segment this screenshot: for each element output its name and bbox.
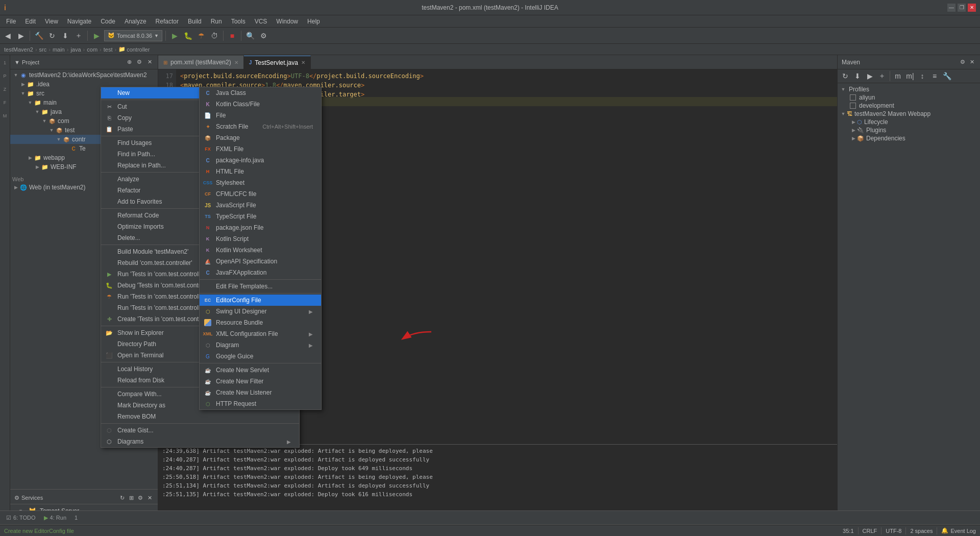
- maven-filter-btn[interactable]: ≡: [929, 70, 940, 82]
- context-menu-item-creategist[interactable]: ⬡ Create Gist...: [101, 425, 299, 436]
- new-java-class[interactable]: C Java Class: [200, 87, 321, 99]
- new-editorconfig[interactable]: EC EditorConfig File: [200, 295, 321, 306]
- tomcat-config-dropdown[interactable]: 🐱 Tomcat 8.0.36 ▼: [104, 30, 162, 41]
- menu-window[interactable]: Window: [272, 17, 302, 26]
- tab-pomxml[interactable]: ⊞ pom.xml (testMaven2) ✕: [158, 56, 244, 69]
- profile-btn[interactable]: ⏱: [209, 30, 220, 41]
- status-crlf[interactable]: CRLF: [863, 528, 877, 534]
- maven-settings-btn[interactable]: ⚙: [959, 58, 967, 66]
- maven-run-btn[interactable]: ▶: [864, 70, 875, 82]
- maven-project-row[interactable]: ▼ 🏗 testMaven2 Maven Webapp: [840, 110, 978, 118]
- context-menu-item-removebom[interactable]: Remove BOM: [101, 411, 299, 422]
- new-typescript[interactable]: TS TypeScript File: [200, 211, 321, 222]
- breadcrumb-main[interactable]: main: [53, 46, 65, 53]
- tab-close-pomxml[interactable]: ✕: [234, 60, 238, 65]
- tree-item-testmaven2[interactable]: ▼ ◉ testMaven2 D:\ideaWorkSpace\testMave…: [10, 70, 158, 80]
- run-btn[interactable]: ▶: [169, 30, 180, 41]
- settings-btn[interactable]: ⚙: [258, 30, 269, 41]
- add-config-btn[interactable]: ＋: [73, 30, 84, 41]
- left-strip-btn2[interactable]: P: [0, 70, 11, 82]
- menu-analyze[interactable]: Analyze: [120, 17, 151, 26]
- new-swing-designer[interactable]: ⬡ Swing UI Designer ▶: [200, 306, 321, 317]
- menu-view[interactable]: View: [41, 17, 62, 26]
- new-fxml[interactable]: FX FXML File: [200, 143, 321, 155]
- new-packagejson[interactable]: N package.json File: [200, 222, 321, 233]
- tab-testservlet[interactable]: J TestServlet.java ✕: [244, 56, 311, 69]
- back-btn[interactable]: ◀: [2, 30, 13, 41]
- maven-profile-aliyun[interactable]: aliyun: [840, 93, 978, 102]
- new-servlet[interactable]: ☕ Create New Servlet: [200, 364, 321, 376]
- forward-btn[interactable]: ▶: [15, 30, 27, 41]
- services-settings-btn[interactable]: ⚙: [136, 494, 144, 502]
- new-http-request[interactable]: ⬡ HTTP Request: [200, 398, 321, 409]
- context-menu-item-diagrams[interactable]: ⬡ Diagrams ▶: [101, 436, 299, 447]
- new-kotlin-script[interactable]: K Kotlin Script: [200, 233, 321, 245]
- maven-profile-development[interactable]: development: [840, 102, 978, 110]
- menu-run[interactable]: Run: [207, 17, 226, 26]
- new-javafx[interactable]: C JavaFXApplication: [200, 267, 321, 278]
- status-encoding[interactable]: UTF-8: [886, 528, 901, 534]
- new-package[interactable]: 📦 Package: [200, 132, 321, 143]
- close-button[interactable]: ✕: [968, 4, 976, 12]
- menu-help[interactable]: Help: [303, 17, 324, 26]
- new-stylesheet[interactable]: CSS Stylesheet: [200, 177, 321, 188]
- menu-tools[interactable]: Tools: [227, 17, 250, 26]
- new-diagram[interactable]: ⬡ Diagram ▶: [200, 339, 321, 351]
- maven-plugins-row[interactable]: ▶ 🔌 Plugins: [840, 126, 978, 134]
- minimize-button[interactable]: —: [947, 4, 955, 12]
- services-filter-btn[interactable]: ⊞: [127, 494, 135, 502]
- new-xml-config[interactable]: XML XML Configuration File ▶: [200, 328, 321, 339]
- menu-vcs[interactable]: VCS: [251, 17, 272, 26]
- new-scratch[interactable]: ✦ Scratch File Ctrl+Alt+Shift+Insert: [200, 121, 321, 132]
- new-javascript[interactable]: JS JavaScript File: [200, 200, 321, 211]
- new-file[interactable]: 📄 File: [200, 110, 321, 121]
- new-cfml[interactable]: CF CFML/CFC file: [200, 188, 321, 200]
- maven-download-btn[interactable]: ⬇: [852, 70, 863, 82]
- menu-edit[interactable]: Edit: [21, 17, 40, 26]
- breadcrumb-controller[interactable]: 📁 controller: [118, 46, 150, 53]
- maven-run-goal-btn[interactable]: m|: [904, 70, 916, 82]
- new-packageinfo[interactable]: C package-info.java: [200, 155, 321, 166]
- maven-wrench-btn[interactable]: 🔧: [941, 70, 952, 82]
- tab-close-testservlet[interactable]: ✕: [301, 60, 305, 65]
- breadcrumb-com[interactable]: com: [87, 46, 97, 53]
- coverage-btn[interactable]: ☂: [195, 30, 207, 41]
- maven-profiles-row[interactable]: ▼ Profiles: [840, 85, 978, 93]
- menu-build[interactable]: Build: [184, 17, 206, 26]
- run-config-btn[interactable]: ▶: [91, 30, 102, 41]
- bottom-tab-run[interactable]: ▶ 4: Run: [40, 514, 70, 522]
- restore-button[interactable]: ❐: [958, 4, 966, 12]
- maven-close-btn[interactable]: ✕: [968, 58, 976, 66]
- bottom-tab-todo[interactable]: ☑ 6: TODO: [2, 514, 40, 522]
- new-kotlin-worksheet[interactable]: K Kotlin Worksheet: [200, 245, 321, 256]
- services-refresh-btn[interactable]: ↻: [118, 494, 126, 502]
- left-strip-btn5[interactable]: M: [0, 110, 11, 121]
- maven-dependencies-row[interactable]: ▶ 📦 Dependencies: [840, 134, 978, 142]
- status-event-log[interactable]: 🔔 Event Log: [941, 527, 976, 534]
- build-btn[interactable]: 🔨: [33, 30, 44, 41]
- menu-file[interactable]: File: [2, 17, 20, 26]
- breadcrumb-java[interactable]: java: [70, 46, 81, 53]
- new-edittemplates[interactable]: Edit File Templates...: [200, 281, 321, 292]
- menu-refactor[interactable]: Refactor: [152, 17, 183, 26]
- project-close-btn[interactable]: ✕: [145, 58, 154, 66]
- stop-btn[interactable]: ■: [227, 30, 238, 41]
- new-google-guice[interactable]: G Google Guice: [200, 351, 321, 362]
- project-settings-btn[interactable]: ⚙: [135, 58, 143, 66]
- new-listener[interactable]: ☕ Create New Listener: [200, 387, 321, 398]
- breadcrumb-testmaven[interactable]: testMaven2: [4, 46, 33, 53]
- new-resource-bundle[interactable]: Resource Bundle: [200, 317, 321, 328]
- left-strip-btn3[interactable]: Z: [0, 84, 11, 95]
- breadcrumb-test[interactable]: test: [104, 46, 113, 53]
- maven-lifecycle-row[interactable]: ▶ ⬡ Lifecycle: [840, 118, 978, 126]
- aliyun-checkbox[interactable]: [850, 94, 856, 101]
- sync-btn[interactable]: ↻: [46, 30, 58, 41]
- bottom-tab-msg[interactable]: 1: [70, 514, 82, 522]
- breadcrumb-src[interactable]: src: [39, 46, 47, 53]
- new-filter[interactable]: ☕ Create New Filter: [200, 376, 321, 387]
- debug-btn[interactable]: 🐛: [182, 30, 193, 41]
- menu-navigate[interactable]: Navigate: [63, 17, 95, 26]
- development-checkbox[interactable]: [850, 103, 856, 109]
- menu-code[interactable]: Code: [96, 17, 119, 26]
- new-kotlin-class[interactable]: K Kotlin Class/File: [200, 99, 321, 110]
